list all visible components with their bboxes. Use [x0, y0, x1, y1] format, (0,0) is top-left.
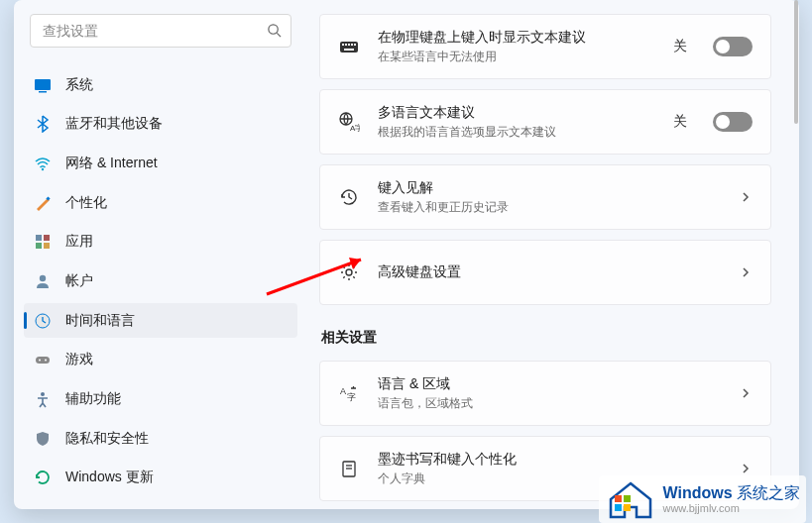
- sidebar-item-label: 系统: [65, 76, 93, 94]
- chevron-right-icon: [739, 190, 753, 204]
- wifi-icon: [34, 155, 52, 172]
- settings-window: 系统 蓝牙和其他设备 网络 & Internet 个性化 应用 帐户 时间和语言: [14, 0, 799, 509]
- card-subtitle: 在某些语言中无法使用: [378, 49, 655, 65]
- sidebar-item-bluetooth[interactable]: 蓝牙和其他设备: [24, 107, 297, 143]
- card-title: 多语言文本建议: [378, 104, 655, 122]
- svg-rect-9: [44, 243, 50, 249]
- card-title: 语言 & 区域: [378, 375, 721, 393]
- svg-rect-22: [344, 49, 354, 51]
- system-icon: [34, 76, 52, 94]
- card-text: 多语言文本建议 根据我的语言首选项显示文本建议: [378, 104, 655, 141]
- sidebar-item-system[interactable]: 系统: [24, 67, 297, 103]
- card-title: 高级键盘设置: [378, 263, 721, 281]
- sidebar-item-accessibility[interactable]: 辅助功能: [24, 381, 297, 417]
- svg-text:A: A: [340, 386, 346, 396]
- svg-point-14: [45, 360, 47, 362]
- sidebar-item-label: Windows 更新: [65, 469, 154, 486]
- sidebar-item-label: 蓝牙和其他设备: [65, 115, 163, 133]
- card-text: 高级键盘设置: [378, 263, 721, 281]
- svg-rect-6: [36, 235, 42, 241]
- card-advanced-keyboard[interactable]: 高级键盘设置: [319, 240, 771, 305]
- card-title: 在物理键盘上键入时显示文本建议: [378, 29, 655, 47]
- sidebar-item-label: 时间和语言: [65, 312, 135, 330]
- svg-rect-34: [624, 495, 631, 502]
- svg-rect-21: [354, 44, 356, 46]
- card-subtitle: 语言包，区域格式: [378, 395, 721, 412]
- svg-point-25: [346, 269, 352, 275]
- related-settings-heading: 相关设置: [321, 329, 771, 347]
- svg-rect-8: [36, 243, 42, 249]
- sidebar-item-label: 隐私和安全性: [65, 430, 149, 448]
- sidebar-item-network[interactable]: 网络 & Internet: [24, 146, 297, 181]
- sidebar-item-label: 帐户: [65, 272, 93, 290]
- bluetooth-icon: [34, 115, 52, 133]
- svg-rect-3: [39, 91, 47, 93]
- card-text-suggestions[interactable]: 在物理键盘上键入时显示文本建议 在某些语言中无法使用 关: [319, 14, 771, 79]
- sidebar-item-privacy[interactable]: 隐私和安全性: [24, 421, 297, 457]
- svg-point-15: [41, 392, 45, 396]
- card-subtitle: 根据我的语言首选项显示文本建议: [378, 124, 655, 141]
- sidebar-item-accounts[interactable]: 帐户: [24, 263, 297, 299]
- sidebar-item-label: 个性化: [65, 194, 107, 212]
- svg-text:字: 字: [347, 392, 356, 402]
- svg-point-4: [42, 168, 44, 170]
- clock-globe-icon: [34, 312, 52, 330]
- language-icon: A字: [338, 382, 360, 404]
- gear-icon: [338, 262, 360, 283]
- svg-rect-17: [342, 44, 344, 46]
- svg-point-10: [40, 275, 46, 281]
- toggle-switch[interactable]: [713, 112, 753, 132]
- history-icon: [338, 186, 360, 208]
- card-language-region[interactable]: A字 语言 & 区域 语言包，区域格式: [319, 361, 771, 426]
- watermark-url: www.bjjmlv.com: [662, 502, 800, 515]
- toggle-state-label: 关: [673, 113, 687, 131]
- chevron-right-icon: [739, 265, 753, 279]
- sidebar-item-time-language[interactable]: 时间和语言: [24, 303, 297, 339]
- sidebar: 系统 蓝牙和其他设备 网络 & Internet 个性化 应用 帐户 时间和语言: [14, 0, 307, 509]
- sidebar-item-gaming[interactable]: 游戏: [24, 342, 297, 377]
- svg-text:A字: A字: [350, 124, 360, 133]
- shield-icon: [34, 430, 52, 448]
- svg-rect-33: [615, 495, 622, 502]
- gamepad-icon: [34, 351, 52, 368]
- sidebar-item-personalization[interactable]: 个性化: [24, 185, 297, 221]
- chevron-right-icon: [739, 462, 753, 475]
- sidebar-item-label: 网络 & Internet: [65, 155, 158, 172]
- svg-rect-7: [44, 235, 50, 241]
- card-typing-insights[interactable]: 键入见解 查看键入和更正历史记录: [319, 164, 771, 230]
- house-logo-icon: [605, 477, 656, 521]
- keyboard-icon: [338, 36, 360, 57]
- card-text: 语言 & 区域 语言包，区域格式: [378, 375, 721, 412]
- svg-rect-18: [345, 44, 347, 46]
- svg-rect-16: [340, 42, 358, 52]
- sidebar-item-label: 应用: [65, 233, 93, 251]
- svg-rect-2: [35, 79, 51, 90]
- update-icon: [34, 469, 52, 486]
- scrollbar-thumb[interactable]: [794, 0, 798, 124]
- sidebar-item-label: 辅助功能: [65, 390, 121, 408]
- card-text: 键入见解 查看键入和更正历史记录: [378, 179, 721, 216]
- watermark-brand: Windows 系统之家: [662, 483, 800, 502]
- paintbrush-icon: [34, 194, 52, 212]
- sidebar-item-windows-update[interactable]: Windows 更新: [24, 460, 297, 495]
- chevron-right-icon: [739, 386, 753, 400]
- search-input[interactable]: [30, 14, 291, 48]
- card-title: 键入见解: [378, 179, 721, 197]
- card-text: 在物理键盘上键入时显示文本建议 在某些语言中无法使用: [378, 29, 655, 65]
- card-title: 墨迹书写和键入个性化: [378, 451, 721, 469]
- svg-point-13: [39, 360, 41, 362]
- watermark: Windows 系统之家 www.bjjmlv.com: [599, 475, 806, 523]
- search-icon: [267, 23, 282, 38]
- svg-rect-19: [348, 44, 350, 46]
- person-icon: [34, 272, 52, 290]
- sidebar-item-apps[interactable]: 应用: [24, 225, 297, 261]
- toggle-switch[interactable]: [713, 37, 753, 56]
- globe-text-icon: A字: [338, 111, 360, 133]
- scrollbar[interactable]: [793, 0, 799, 495]
- card-subtitle: 查看键入和更正历史记录: [378, 199, 721, 216]
- content-area: 在物理键盘上键入时显示文本建议 在某些语言中无法使用 关 A字 多语言文本建议 …: [307, 0, 799, 509]
- svg-rect-12: [36, 357, 50, 364]
- toggle-state-label: 关: [673, 38, 687, 55]
- card-multilingual[interactable]: A字 多语言文本建议 根据我的语言首选项显示文本建议 关: [319, 89, 771, 155]
- search-container: [30, 14, 291, 48]
